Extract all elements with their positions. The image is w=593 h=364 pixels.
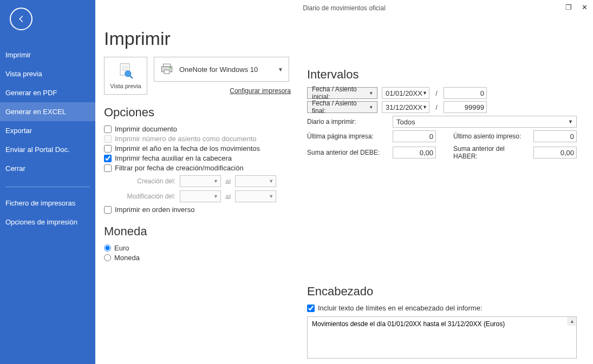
sidebar-item-opciones-de-impresi-n[interactable]: Opciones de impresión — [0, 213, 95, 231]
filter-by-date-checkbox[interactable]: Filtrar por fecha de creación/modificaci… — [104, 164, 291, 172]
include-limits-checkbox[interactable]: Incluir texto de límites en el encabezad… — [307, 304, 577, 312]
sidebar-item-generar-en-pdf[interactable]: Generar en PDF — [0, 83, 95, 102]
print-document-checkbox[interactable]: Imprimir documento — [104, 125, 291, 133]
window-close-icon[interactable]: ✕ — [582, 3, 588, 11]
scroll-up-icon[interactable]: ▲ — [568, 317, 576, 326]
modification-from-date[interactable]: ▼ — [180, 190, 221, 202]
printer-icon — [160, 62, 174, 76]
sidebar-item-generar-en-excel[interactable]: Generar en EXCEL — [0, 102, 95, 121]
printer-select[interactable]: OneNote for Windows 10 ▼ — [154, 57, 289, 82]
chevron-down-icon: ▼ — [213, 194, 218, 199]
last-page-input[interactable]: 0 — [393, 130, 436, 142]
currency-euro-radio[interactable]: Euro — [104, 244, 291, 252]
creation-date-label: Creación del: — [116, 177, 175, 185]
debe-input[interactable]: 0,00 — [393, 147, 436, 158]
header-heading: Encabezado — [307, 284, 577, 299]
modification-to-date[interactable]: ▼ — [235, 190, 276, 202]
currency-moneda-radio[interactable]: Moneda — [104, 254, 291, 262]
chevron-down-icon: ▾ — [370, 90, 373, 96]
window-title: Diario de movimientos oficial — [95, 4, 593, 12]
diary-select[interactable]: Todos▼ — [393, 116, 577, 128]
svg-line-6 — [130, 76, 133, 78]
creation-from-date[interactable]: ▼ — [180, 175, 221, 187]
initial-date-input[interactable]: 01/01/20XX▼ — [382, 87, 429, 99]
preview-label: Vista previa — [110, 83, 141, 89]
svg-rect-9 — [164, 70, 170, 74]
final-date-input[interactable]: 31/12/20XX▼ — [382, 101, 429, 113]
print-year-checkbox[interactable]: Imprimir el año en la fecha de los movim… — [104, 144, 291, 153]
haber-input[interactable]: 0,00 — [533, 147, 577, 158]
sidebar-separator — [5, 187, 90, 187]
sidebar-item-exportar[interactable]: Exportar — [0, 121, 95, 140]
window-restore-icon[interactable]: ❐ — [565, 3, 572, 11]
print-reverse-checkbox[interactable]: Imprimir en orden inverso — [104, 206, 291, 214]
debe-label: Suma anterior del DEBE: — [307, 149, 388, 156]
chevron-down-icon: ▼ — [422, 104, 427, 110]
chevron-down-icon: ▾ — [370, 104, 373, 110]
svg-rect-7 — [164, 64, 171, 67]
chevron-down-icon: ▼ — [269, 178, 273, 184]
chevron-down-icon: ▼ — [269, 194, 273, 199]
currency-heading: Moneda — [104, 224, 291, 239]
print-entry-number-checkbox: Imprimir número de asiento como document… — [104, 135, 291, 143]
initial-entry-input[interactable]: 0 — [444, 87, 487, 99]
diary-label: Diario a imprimir: — [307, 118, 388, 125]
final-entry-input[interactable]: 99999 — [444, 101, 487, 113]
sidebar: ImprimirVista previaGenerar en PDFGenera… — [0, 0, 95, 364]
options-heading: Opciones — [104, 105, 291, 120]
haber-label: Suma anterior del HABER: — [453, 145, 529, 160]
creation-to-date[interactable]: ▼ — [235, 175, 276, 187]
last-page-label: Última página impresa: — [307, 133, 388, 140]
header-text-area[interactable] — [307, 316, 577, 359]
main-panel: Diario de movimientos oficial ❐ ✕ Imprim… — [95, 0, 593, 364]
chevron-down-icon: ▼ — [278, 67, 283, 72]
printer-name: OneNote for Windows 10 — [179, 65, 258, 74]
page-title: Imprimir — [104, 28, 577, 49]
chevron-down-icon: ▼ — [568, 119, 573, 124]
back-button[interactable] — [10, 8, 32, 30]
intervals-heading: Intervalos — [307, 68, 577, 82]
chevron-down-icon: ▼ — [422, 90, 427, 96]
configure-printer-link[interactable]: Configurar impresora — [230, 87, 291, 95]
preview-button[interactable]: Vista previa — [104, 57, 147, 95]
print-aux-date-checkbox[interactable]: Imprimir fecha auxiliar en la cabecera — [104, 154, 291, 162]
modification-date-label: Modificación del: — [116, 193, 175, 200]
page-magnifier-icon — [116, 62, 135, 81]
final-date-button[interactable]: Fecha / Asiento final:▾ — [307, 101, 377, 113]
last-entry-label: Último asiento impreso: — [453, 133, 529, 140]
svg-point-10 — [170, 67, 171, 68]
sidebar-item-vista-previa[interactable]: Vista previa — [0, 64, 95, 83]
arrow-left-icon — [16, 14, 26, 24]
sidebar-item-fichero-de-impresoras[interactable]: Fichero de impresoras — [0, 194, 95, 213]
initial-date-button[interactable]: Fecha / Asiento inicial:▾ — [307, 87, 377, 99]
last-entry-input[interactable]: 0 — [533, 130, 577, 142]
sidebar-item-imprimir[interactable]: Imprimir — [0, 45, 95, 64]
sidebar-item-enviar-al-portal-doc-[interactable]: Enviar al Portal Doc. — [0, 140, 95, 159]
chevron-down-icon: ▼ — [213, 178, 218, 184]
sidebar-item-cerrar[interactable]: Cerrar — [0, 159, 95, 178]
